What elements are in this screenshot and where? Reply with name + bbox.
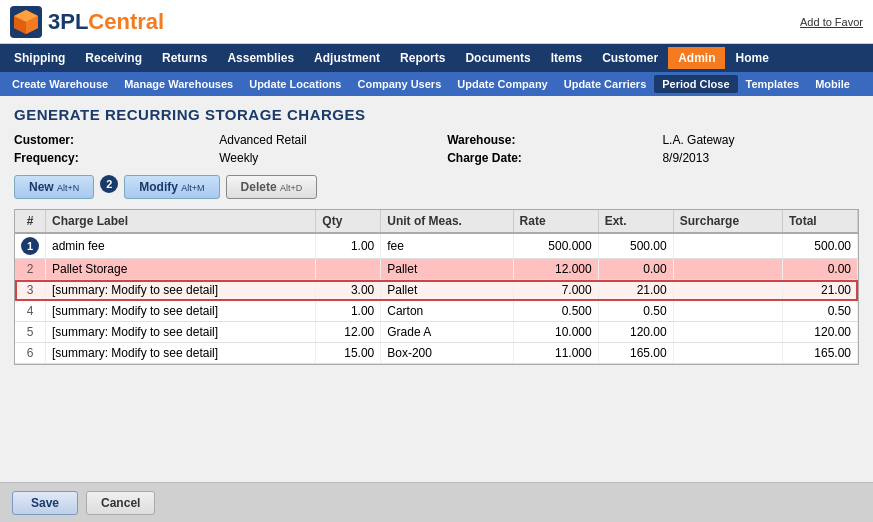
- total: 500.00: [782, 233, 857, 259]
- unit: Pallet: [381, 259, 513, 280]
- qty: 1.00: [316, 233, 381, 259]
- charge-label: [summary: Modify to see detail]: [46, 343, 316, 364]
- frequency-value: Weekly: [219, 151, 431, 165]
- warehouse-label: Warehouse:: [447, 133, 646, 147]
- unit: Grade A: [381, 322, 513, 343]
- table-row[interactable]: 1admin fee1.00fee500.000500.00500.00: [15, 233, 858, 259]
- rate: 7.000: [513, 280, 598, 301]
- qty: 12.00: [316, 322, 381, 343]
- ext: 120.00: [598, 322, 673, 343]
- col-ext: Ext.: [598, 210, 673, 233]
- table-row[interactable]: 6[summary: Modify to see detail]15.00Box…: [15, 343, 858, 364]
- new-button[interactable]: New Alt+N: [14, 175, 94, 199]
- nav-customer[interactable]: Customer: [592, 47, 668, 69]
- top-bar: 3PLCentral Add to Favor: [0, 0, 873, 44]
- rate: 12.000: [513, 259, 598, 280]
- badge-1: 1: [21, 237, 39, 255]
- surcharge: [673, 233, 782, 259]
- data-table: # Charge Label Qty Unit of Meas. Rate Ex…: [15, 210, 858, 364]
- rate: 10.000: [513, 322, 598, 343]
- ext: 500.00: [598, 233, 673, 259]
- charge-label: [summary: Modify to see detail]: [46, 280, 316, 301]
- ext: 21.00: [598, 280, 673, 301]
- content-area: Generate Recurring Storage Charges Custo…: [0, 96, 873, 482]
- rate: 11.000: [513, 343, 598, 364]
- subnav-update-carriers[interactable]: Update Carriers: [556, 75, 655, 93]
- add-to-favor-link[interactable]: Add to Favor: [800, 16, 863, 28]
- nav-items[interactable]: Items: [541, 47, 592, 69]
- logo-text: 3PLCentral: [48, 9, 164, 35]
- data-table-wrapper: # Charge Label Qty Unit of Meas. Rate Ex…: [14, 209, 859, 365]
- table-row[interactable]: 3[summary: Modify to see detail]3.00Pall…: [15, 280, 858, 301]
- row-num: 5: [15, 322, 46, 343]
- subnav-period-close[interactable]: Period Close: [654, 75, 737, 93]
- frequency-label: Frequency:: [14, 151, 203, 165]
- col-charge-label: Charge Label: [46, 210, 316, 233]
- form-info: Customer: Advanced Retail Warehouse: L.A…: [14, 133, 859, 165]
- surcharge: [673, 322, 782, 343]
- customer-label: Customer:: [14, 133, 203, 147]
- badge-2: 2: [100, 175, 118, 193]
- unit: Box-200: [381, 343, 513, 364]
- nav-documents[interactable]: Documents: [455, 47, 540, 69]
- qty: 15.00: [316, 343, 381, 364]
- col-total: Total: [782, 210, 857, 233]
- rate: 500.000: [513, 233, 598, 259]
- customer-value: Advanced Retail: [219, 133, 431, 147]
- rate: 0.500: [513, 301, 598, 322]
- total: 21.00: [782, 280, 857, 301]
- col-rate: Rate: [513, 210, 598, 233]
- nav-admin[interactable]: Admin: [668, 47, 725, 69]
- modify-button[interactable]: Modify Alt+M: [124, 175, 219, 199]
- logo: 3PLCentral: [10, 6, 164, 38]
- charge-date-label: Charge Date:: [447, 151, 646, 165]
- charge-label: Pallet Storage: [46, 259, 316, 280]
- unit: fee: [381, 233, 513, 259]
- delete-button[interactable]: Delete Alt+D: [226, 175, 318, 199]
- total: 165.00: [782, 343, 857, 364]
- subnav-templates[interactable]: Templates: [738, 75, 808, 93]
- surcharge: [673, 259, 782, 280]
- table-row[interactable]: 4[summary: Modify to see detail]1.00Cart…: [15, 301, 858, 322]
- total: 0.50: [782, 301, 857, 322]
- col-surcharge: Surcharge: [673, 210, 782, 233]
- col-unit: Unit of Meas.: [381, 210, 513, 233]
- page-title: Generate Recurring Storage Charges: [14, 106, 859, 123]
- surcharge: [673, 280, 782, 301]
- table-row[interactable]: 2Pallet StoragePallet12.0000.000.00: [15, 259, 858, 280]
- table-row[interactable]: 5[summary: Modify to see detail]12.00Gra…: [15, 322, 858, 343]
- ext: 0.50: [598, 301, 673, 322]
- unit: Carton: [381, 301, 513, 322]
- nav-assemblies[interactable]: Assemblies: [217, 47, 304, 69]
- nav-returns[interactable]: Returns: [152, 47, 217, 69]
- toolbar: New Alt+N 2 Modify Alt+M Delete Alt+D: [14, 175, 859, 199]
- row-num: 2: [15, 259, 46, 280]
- total: 120.00: [782, 322, 857, 343]
- cancel-button[interactable]: Cancel: [86, 491, 155, 515]
- subnav-mobile[interactable]: Mobile: [807, 75, 858, 93]
- save-button[interactable]: Save: [12, 491, 78, 515]
- qty: [316, 259, 381, 280]
- logo-icon: [10, 6, 42, 38]
- nav-home[interactable]: Home: [725, 47, 778, 69]
- nav-receiving[interactable]: Receiving: [75, 47, 152, 69]
- row-num: 6: [15, 343, 46, 364]
- col-qty: Qty: [316, 210, 381, 233]
- subnav-company-users[interactable]: Company Users: [350, 75, 450, 93]
- row-num: 1: [15, 233, 46, 259]
- nav-adjustment[interactable]: Adjustment: [304, 47, 390, 69]
- surcharge: [673, 343, 782, 364]
- nav-reports[interactable]: Reports: [390, 47, 455, 69]
- charge-label: [summary: Modify to see detail]: [46, 322, 316, 343]
- subnav-create-warehouse[interactable]: Create Warehouse: [4, 75, 116, 93]
- subnav-update-locations[interactable]: Update Locations: [241, 75, 349, 93]
- subnav-manage-warehouses[interactable]: Manage Warehouses: [116, 75, 241, 93]
- bottom-bar: Save Cancel: [0, 482, 873, 522]
- charge-date-value: 8/9/2013: [662, 151, 859, 165]
- total: 0.00: [782, 259, 857, 280]
- warehouse-value: L.A. Gateway: [662, 133, 859, 147]
- nav-shipping[interactable]: Shipping: [4, 47, 75, 69]
- main-nav: Shipping Receiving Returns Assemblies Ad…: [0, 44, 873, 72]
- row-num: 3: [15, 280, 46, 301]
- subnav-update-company[interactable]: Update Company: [449, 75, 555, 93]
